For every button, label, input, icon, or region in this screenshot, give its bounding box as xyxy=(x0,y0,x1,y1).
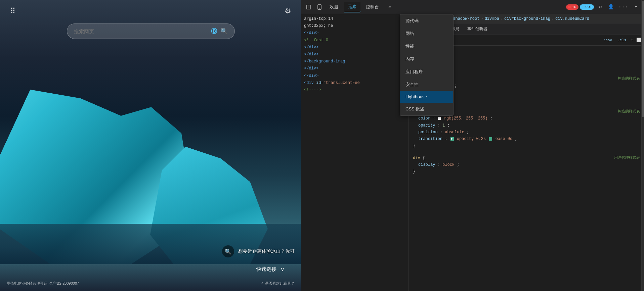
tab-welcome[interactable]: 欢迎 xyxy=(326,2,342,12)
css-value[interactable]: 1 xyxy=(442,123,445,128)
html-line[interactable]: <!----> xyxy=(301,87,409,94)
dropdown-menu: 源代码 网络 性能 内存 应用程序 安全性 Lighthouse CSS 概述 xyxy=(400,14,454,116)
breadcrumb-item-2[interactable]: #shadow-root xyxy=(450,16,479,21)
more-options-icon[interactable]: ··· xyxy=(617,4,629,10)
css-prop[interactable]: display xyxy=(418,162,435,167)
bottom-notification: 🔍 想要近距离体验冰山？你可 xyxy=(222,245,295,257)
quick-links: 快速链接 ∨ xyxy=(256,266,285,273)
search-input[interactable] xyxy=(74,29,208,34)
error-badge[interactable]: 10 xyxy=(566,4,578,10)
hov-button[interactable]: :hov xyxy=(602,38,613,43)
css-value[interactable]: block xyxy=(442,162,455,167)
css-selector[interactable]: div xyxy=(413,156,420,160)
iceberg-container xyxy=(0,63,301,264)
chevron-down-icon[interactable]: ∨ xyxy=(281,266,285,273)
breadcrumb-sep: › xyxy=(552,16,554,21)
add-style-button[interactable]: + xyxy=(630,37,634,43)
breadcrumb-item-3[interactable]: div#ba xyxy=(485,16,499,21)
browser-top-bar: ⠿ ⚙ xyxy=(0,7,301,15)
search-bar-container: Ⓑ 🔍 xyxy=(67,23,235,39)
html-line[interactable]: </div> xyxy=(301,30,409,37)
dropdown-item-memory[interactable]: 内存 xyxy=(400,53,453,65)
water-surface xyxy=(0,224,301,264)
scrollbar[interactable] xyxy=(641,14,644,23)
html-line[interactable]: </div> xyxy=(301,65,409,72)
dropdown-item-source[interactable]: 源代码 xyxy=(400,14,453,27)
html-line[interactable]: <!--fast-0 xyxy=(301,37,409,44)
css-value[interactable]: opacity 0.2s xyxy=(457,137,486,141)
inspect-icon[interactable] xyxy=(304,2,313,12)
error-count: 10 xyxy=(572,5,576,9)
warning-count: 99+ xyxy=(586,5,592,9)
notification-icon[interactable]: 🔍 xyxy=(222,245,234,257)
devtools-panel: 欢迎 元素 控制台 » 10 99+ ⚙ 👤 ··· + argin-top:1… xyxy=(301,0,644,291)
bing-logo: Ⓑ xyxy=(211,27,217,35)
tab-new[interactable]: + xyxy=(631,2,641,11)
css-prop[interactable]: color xyxy=(418,116,430,121)
cls-button[interactable]: .cls xyxy=(616,38,628,43)
css-prop[interactable]: opacity xyxy=(418,123,435,128)
devtools-toolbar: 欢迎 元素 控制台 » 10 99+ ⚙ 👤 ··· + xyxy=(301,0,644,14)
tab-event-listeners[interactable]: 事件侦听器 xyxy=(464,25,491,33)
css-value[interactable]: absolute xyxy=(445,130,464,135)
grid-icon[interactable]: ⠿ xyxy=(10,7,15,15)
error-dot xyxy=(568,6,571,8)
user-icon[interactable]: 👤 xyxy=(606,2,615,12)
tab-console[interactable]: 控制台 xyxy=(362,2,383,12)
breadcrumb-item-4[interactable]: div#background-imag xyxy=(504,16,550,21)
bg-question-icon: ↗ xyxy=(260,281,263,286)
toggle-box-button[interactable]: ⬜ xyxy=(636,38,641,43)
device-toggle-icon[interactable] xyxy=(315,2,324,12)
browser-area: ⠿ ⚙ Ⓑ 🔍 🔍 想要近距离体验冰山？你可 快速链接 ∨ 增值电信业务经营许可… xyxy=(0,0,301,291)
breadcrumb-sep: › xyxy=(481,16,483,21)
transition-ease-icon xyxy=(489,137,492,141)
breadcrumb-item-5[interactable]: div.museumCard xyxy=(555,16,589,21)
footer-license: 增值电信业务经营许可证: 合字B2-20090007 xyxy=(7,281,79,286)
devtools-main: argin-top:14 ght:32px; he </div> <!--fas… xyxy=(301,14,644,291)
breadcrumb-sep: › xyxy=(501,16,503,21)
search-bar[interactable]: Ⓑ 🔍 xyxy=(67,23,235,39)
search-button[interactable]: 🔍 xyxy=(220,28,228,35)
tab-more[interactable]: » xyxy=(384,2,395,11)
css-comment: 用户代理样式表 xyxy=(614,155,640,161)
dropdown-item-performance[interactable]: 性能 xyxy=(400,40,453,53)
svg-point-3 xyxy=(319,8,320,9)
html-line[interactable]: <div id="translucentFee xyxy=(301,80,409,87)
css-comment: 构造的样式表 xyxy=(618,108,640,115)
scrollbar-thumb[interactable] xyxy=(642,14,644,23)
html-line[interactable]: </div> xyxy=(301,44,409,51)
css-prop[interactable]: position xyxy=(418,130,438,135)
notification-text: 想要近距离体验冰山？你可 xyxy=(238,248,295,254)
bg-question-text: 是否喜欢此背景？ xyxy=(265,281,295,286)
html-line[interactable]: ght:32px; he xyxy=(301,22,409,30)
dropdown-item-network[interactable]: 网络 xyxy=(400,27,453,40)
css-rule-div: div { 用户代理样式表 display : block ; } xyxy=(409,153,644,177)
html-line[interactable]: </div> xyxy=(301,51,409,58)
dropdown-item-css-overview[interactable]: CSS 概述 xyxy=(400,103,453,115)
dropdown-item-security[interactable]: 安全性 xyxy=(400,78,453,91)
html-line[interactable]: </background-imag xyxy=(301,58,409,65)
transition-icon[interactable]: ▶ xyxy=(450,137,454,141)
settings-gear-icon[interactable]: ⚙ xyxy=(595,2,605,12)
html-line[interactable]: </div> xyxy=(301,72,409,80)
dropdown-item-lighthouse[interactable]: Lighthouse xyxy=(400,91,453,103)
css-value[interactable]: rgb(255, 255, 255) xyxy=(444,116,488,121)
quick-links-label: 快速链接 xyxy=(256,266,276,273)
css-value-ease[interactable]: ease 0s xyxy=(496,137,512,141)
dropdown-item-application[interactable]: 应用程序 xyxy=(400,65,453,78)
warning-dot xyxy=(582,6,585,8)
warning-badge[interactable]: 99+ xyxy=(580,4,594,10)
tab-elements[interactable]: 元素 xyxy=(344,2,360,12)
html-line[interactable]: argin-top:14 xyxy=(301,15,409,22)
color-swatch[interactable] xyxy=(438,117,441,120)
css-prop[interactable]: transition xyxy=(418,137,442,141)
html-panel[interactable]: argin-top:14 ght:32px; he </div> <!--fas… xyxy=(301,14,409,291)
bg-question[interactable]: ↗ 是否喜欢此背景？ xyxy=(260,281,295,286)
settings-icon[interactable]: ⚙ xyxy=(285,7,291,15)
css-comment: 构造的样式表 xyxy=(618,76,640,82)
svg-rect-0 xyxy=(307,5,311,9)
